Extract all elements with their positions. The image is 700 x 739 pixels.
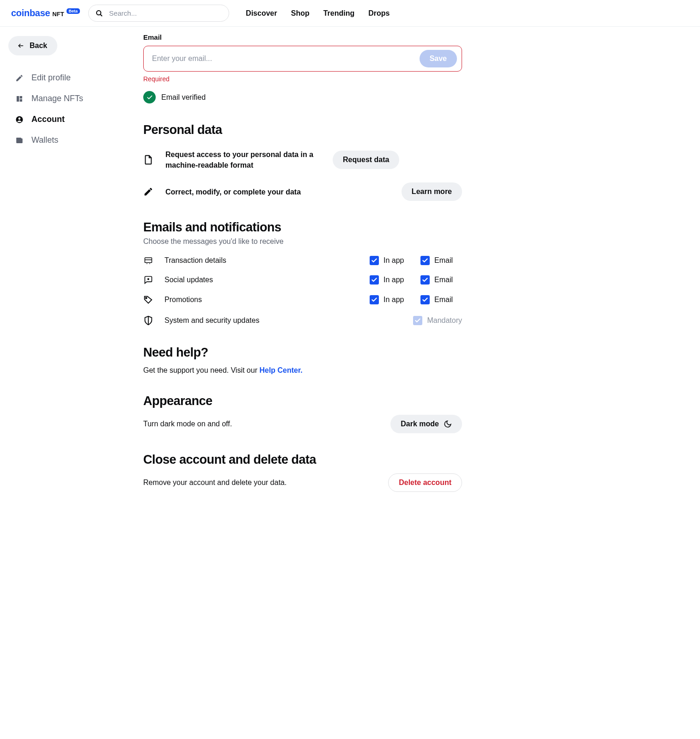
personal-data-desc: Correct, modify, or complete your data xyxy=(165,187,391,197)
checkbox-label: In app xyxy=(383,256,404,265)
notif-label: Promotions xyxy=(164,296,360,304)
nav-trending[interactable]: Trending xyxy=(323,9,355,18)
sidebar-item-edit-profile[interactable]: Edit profile xyxy=(8,67,135,88)
notif-row-social: Social updates In app Email xyxy=(143,275,462,285)
search-icon xyxy=(96,10,103,17)
help-text: Get the support you need. Visit our Help… xyxy=(143,366,462,375)
shield-icon xyxy=(143,315,155,326)
checkbox-inapp[interactable] xyxy=(370,256,379,265)
notif-row-transaction: Transaction details In app Email xyxy=(143,256,462,265)
close-account-row: Remove your account and delete your data… xyxy=(143,473,462,492)
notif-label: Transaction details xyxy=(164,256,360,265)
nav-discover[interactable]: Discover xyxy=(246,9,277,18)
logo-sub: NFT xyxy=(52,11,64,18)
checkbox-email[interactable] xyxy=(420,295,430,304)
check-cell-email: Email xyxy=(420,275,462,285)
checkbox-label: In app xyxy=(383,296,404,304)
check-cell-mandatory: Mandatory xyxy=(413,316,462,325)
sidebar-item-label: Account xyxy=(31,115,65,124)
tag-icon xyxy=(143,295,155,305)
svg-rect-3 xyxy=(17,96,19,102)
email-error: Required xyxy=(143,75,462,83)
logo[interactable]: coinbase NFT Beta xyxy=(11,8,80,18)
checkbox-label: Email xyxy=(434,296,453,304)
check-cell-email: Email xyxy=(420,295,462,304)
save-button[interactable]: Save xyxy=(420,50,457,67)
checkbox-label: Email xyxy=(434,256,453,265)
email-input[interactable] xyxy=(152,50,420,67)
pencil-icon xyxy=(143,187,155,197)
svg-rect-8 xyxy=(16,138,23,143)
notifications-title: Emails and notifications xyxy=(143,220,462,235)
help-text-pre: Get the support you need. Visit our xyxy=(143,366,259,374)
checkbox-inapp[interactable] xyxy=(370,295,379,304)
pencil-icon xyxy=(15,73,24,83)
close-account-title: Close account and delete data xyxy=(143,453,462,467)
svg-point-7 xyxy=(18,117,21,120)
arrow-left-icon xyxy=(17,42,25,49)
check-cell-inapp: In app xyxy=(370,295,411,304)
check-cell-inapp: In app xyxy=(370,275,411,285)
request-data-button[interactable]: Request data xyxy=(333,151,399,169)
personal-data-title: Personal data xyxy=(143,123,462,137)
checkbox-email[interactable] xyxy=(420,275,430,285)
wallet-icon xyxy=(15,136,24,145)
personal-data-row-request: Request access to your personal data in … xyxy=(143,149,462,170)
checkbox-email[interactable] xyxy=(420,256,430,265)
sidebar-item-label: Manage NFTs xyxy=(31,94,83,103)
svg-rect-9 xyxy=(16,138,21,139)
email-box: Save xyxy=(143,46,462,72)
appearance-row: Turn dark mode on and off. Dark mode xyxy=(143,415,462,433)
learn-more-button[interactable]: Learn more xyxy=(402,182,462,201)
sidebar-item-account[interactable]: Account xyxy=(8,109,135,130)
delete-account-button[interactable]: Delete account xyxy=(388,473,462,492)
svg-point-15 xyxy=(146,297,147,299)
document-icon xyxy=(143,154,155,166)
dark-mode-button[interactable]: Dark mode xyxy=(390,415,462,433)
top-header: coinbase NFT Beta Discover Shop Trending… xyxy=(0,0,700,27)
nav-shop[interactable]: Shop xyxy=(291,9,310,18)
checkbox-label: In app xyxy=(383,276,404,284)
nav-drops[interactable]: Drops xyxy=(368,9,390,18)
email-label: Email xyxy=(143,33,462,41)
notif-label: Social updates xyxy=(164,276,360,284)
email-verified-text: Email verified xyxy=(161,93,206,102)
check-cell-email: Email xyxy=(420,256,462,265)
main-nav: Discover Shop Trending Drops xyxy=(246,9,390,18)
svg-point-14 xyxy=(148,279,149,280)
sidebar: Back Edit profile Manage NFTs Account xyxy=(0,27,143,510)
chat-icon xyxy=(143,275,155,285)
checkbox-mandatory xyxy=(413,316,422,325)
close-account-desc: Remove your account and delete your data… xyxy=(143,479,286,487)
appearance-title: Appearance xyxy=(143,394,462,408)
checkbox-label: Email xyxy=(434,276,453,284)
svg-point-0 xyxy=(97,11,101,15)
email-verified-row: Email verified xyxy=(143,91,462,103)
checkbox-inapp[interactable] xyxy=(370,275,379,285)
back-button[interactable]: Back xyxy=(8,36,57,55)
logo-main: coinbase xyxy=(11,8,50,18)
transaction-icon xyxy=(143,256,155,265)
appearance-desc: Turn dark mode on and off. xyxy=(143,420,232,428)
sidebar-item-wallets[interactable]: Wallets xyxy=(8,130,135,151)
notif-row-promotions: Promotions In app Email xyxy=(143,295,462,305)
personal-data-row-modify: Correct, modify, or complete your data L… xyxy=(143,182,462,201)
back-label: Back xyxy=(30,42,47,50)
beta-badge: Beta xyxy=(67,8,80,14)
help-title: Need help? xyxy=(143,345,462,360)
checkbox-label: Mandatory xyxy=(427,316,462,325)
sidebar-item-manage-nfts[interactable]: Manage NFTs xyxy=(8,88,135,109)
svg-rect-4 xyxy=(20,96,22,98)
search-input[interactable] xyxy=(88,5,229,22)
check-cell-inapp: In app xyxy=(370,256,411,265)
main-content: Email Save Required Email verified Perso… xyxy=(143,27,481,510)
personal-data-desc: Request access to your personal data in … xyxy=(165,149,323,170)
search-wrap xyxy=(88,5,229,22)
help-center-link[interactable]: Help Center. xyxy=(259,366,302,374)
svg-line-1 xyxy=(100,14,102,16)
moon-icon xyxy=(444,420,452,428)
account-icon xyxy=(15,115,24,124)
notif-row-security: System and security updates Mandatory xyxy=(143,315,462,326)
grid-icon xyxy=(15,94,24,103)
check-circle-icon xyxy=(143,91,156,103)
